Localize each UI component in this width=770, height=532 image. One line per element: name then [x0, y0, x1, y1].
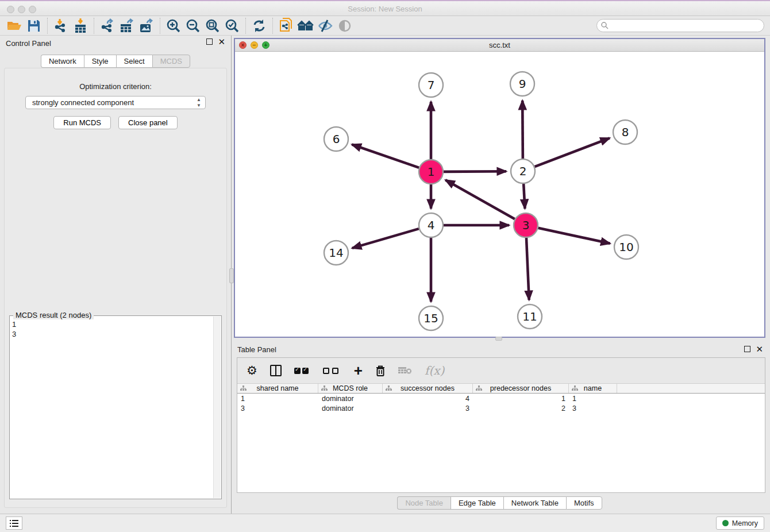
add-column-icon[interactable]: + — [354, 362, 363, 379]
column-header-successor-nodes[interactable]: successor nodes — [383, 384, 473, 393]
tab-motifs[interactable]: Motifs — [566, 496, 602, 510]
zoom-selected-icon[interactable] — [222, 17, 242, 34]
edge-1-2[interactable] — [444, 171, 506, 172]
edge-1-6[interactable] — [352, 144, 419, 167]
task-history-button[interactable] — [6, 516, 22, 530]
node-label-8: 8 — [622, 125, 629, 139]
edge-2-9[interactable] — [522, 101, 523, 159]
cybrowser-icon[interactable] — [296, 17, 315, 34]
zoom-in-icon[interactable] — [164, 17, 183, 34]
criterion-select[interactable]: strongly connected component ▲▼ — [25, 96, 206, 109]
table-panel-tabs: Node TableEdge TableNetwork TableMotifs — [234, 496, 765, 510]
node-label-1: 1 — [428, 165, 435, 179]
open-file-icon[interactable] — [5, 17, 24, 34]
edge-3-10[interactable] — [538, 228, 610, 244]
table-panel: Table Panel ✕ ⚙ + — [234, 342, 765, 514]
float-panel-icon[interactable] — [206, 38, 213, 45]
close-panel-button[interactable]: Close panel — [118, 116, 178, 129]
tab-edge-table[interactable]: Edge Table — [451, 496, 503, 510]
criterion-value: strongly connected component — [32, 98, 134, 107]
tab-mcds[interactable]: MCDS — [152, 55, 190, 68]
export-image-icon[interactable] — [137, 17, 156, 34]
cell-name[interactable]: 3 — [569, 404, 617, 413]
delete-table-icon[interactable] — [398, 362, 412, 379]
column-header-shared-name[interactable]: shared name — [237, 384, 318, 393]
edge-3-11[interactable] — [526, 238, 529, 300]
tab-select[interactable]: Select — [116, 55, 152, 68]
edge-3-1[interactable] — [445, 180, 515, 219]
network-window-titlebar[interactable]: × − + scc.txt — [235, 39, 764, 52]
save-session-icon[interactable] — [24, 17, 44, 34]
cell-successor-nodes[interactable]: 4 — [383, 395, 473, 403]
zoom-fit-icon[interactable] — [203, 17, 222, 34]
float-table-panel-icon[interactable] — [744, 346, 750, 352]
column-header-MCDS-role[interactable]: MCDS role — [318, 384, 383, 393]
status-bar: Memory — [0, 514, 770, 532]
close-panel-icon[interactable]: ✕ — [218, 38, 225, 45]
run-mcds-button[interactable]: Run MCDS — [53, 116, 111, 129]
show-columns-icon[interactable] — [270, 362, 282, 379]
tab-network[interactable]: Network — [41, 55, 84, 68]
optimization-criterion-label: Optimization criterion: — [5, 82, 226, 91]
select-all-columns-icon[interactable] — [294, 362, 310, 379]
cell-MCDS-role[interactable]: dominator — [318, 404, 383, 413]
refresh-icon[interactable] — [249, 17, 269, 34]
vertical-splitter-handle[interactable] — [229, 268, 234, 283]
network-canvas[interactable]: 7968124314101511 — [235, 52, 764, 337]
mcds-result-scrollbar[interactable] — [213, 317, 221, 498]
show-panels-icon[interactable] — [335, 17, 355, 34]
edge-2-3[interactable] — [523, 184, 525, 209]
edge-4-14[interactable] — [352, 229, 419, 248]
horizontal-splitter-handle[interactable] — [495, 337, 502, 341]
network-graph: 7968124314101511 — [235, 52, 764, 337]
cell-successor-nodes[interactable]: 3 — [383, 404, 473, 413]
tab-node-table[interactable]: Node Table — [397, 496, 451, 510]
cell-shared-name[interactable]: 3 — [237, 404, 318, 413]
node-label-3: 3 — [522, 218, 530, 232]
table-row[interactable]: 3dominator323 — [237, 403, 765, 413]
search-input[interactable] — [596, 19, 764, 32]
node-label-11: 11 — [522, 310, 537, 323]
close-table-panel-icon[interactable]: ✕ — [756, 346, 763, 352]
cell-MCDS-role[interactable]: dominator — [318, 395, 383, 403]
toolbar-separator — [160, 18, 160, 34]
node-label-15: 15 — [424, 311, 438, 325]
column-header-name[interactable]: name — [569, 384, 617, 393]
edge-2-8[interactable] — [535, 138, 610, 167]
mcds-result-list: 1 3 — [12, 319, 212, 496]
cell-predecessor-nodes[interactable]: 1 — [473, 395, 569, 403]
hide-panels-icon[interactable] — [315, 17, 335, 34]
tab-network-table[interactable]: Network Table — [503, 496, 566, 510]
memory-button[interactable]: Memory — [716, 516, 764, 530]
tab-style[interactable]: Style — [84, 55, 116, 68]
toolbar-separator — [94, 18, 94, 34]
export-table-icon[interactable] — [117, 17, 137, 34]
zoom-out-icon[interactable] — [183, 17, 203, 34]
table-panel-title: Table Panel — [234, 345, 276, 354]
list-icon — [9, 519, 19, 527]
import-table-icon[interactable] — [71, 17, 90, 34]
toolbar-separator — [47, 18, 48, 34]
export-network-icon[interactable] — [98, 17, 117, 34]
node-label-10: 10 — [619, 240, 633, 254]
column-header-predecessor-nodes[interactable]: predecessor nodes — [473, 384, 569, 393]
import-network-icon[interactable] — [51, 17, 71, 34]
unselect-all-columns-icon[interactable] — [323, 362, 341, 379]
node-label-2: 2 — [519, 164, 527, 178]
memory-status-icon — [722, 520, 729, 526]
function-builder-icon[interactable]: f(x) — [425, 362, 444, 379]
table-header-row: shared nameMCDS rolesuccessor nodesprede… — [237, 383, 765, 394]
control-panel-title: Control Panel — [6, 39, 51, 48]
cell-shared-name[interactable]: 1 — [237, 395, 318, 403]
delete-columns-icon[interactable] — [375, 362, 386, 379]
table-row[interactable]: 1dominator411 — [237, 394, 765, 403]
cell-name[interactable]: 1 — [569, 395, 617, 403]
node-label-7: 7 — [428, 78, 435, 92]
node-table: shared nameMCDS rolesuccessor nodesprede… — [237, 383, 765, 492]
network-file-icon[interactable] — [276, 17, 296, 34]
cell-predecessor-nodes[interactable]: 2 — [473, 404, 569, 413]
column-settings-gear-icon[interactable]: ⚙ — [247, 362, 257, 379]
memory-label: Memory — [732, 519, 758, 527]
main-area: Control Panel ✕ NetworkStyleSelectMCDS O… — [0, 36, 770, 514]
table-panel-box: ⚙ + f(x) shared nameMCDS rolesuccessor n… — [237, 357, 765, 493]
